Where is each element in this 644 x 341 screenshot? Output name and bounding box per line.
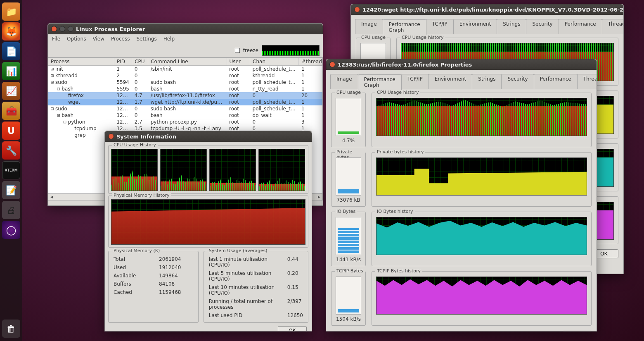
tab-image[interactable]: Image [355,19,383,34]
hist-label: CPU Usage history [400,35,445,40]
col-thread[interactable]: #thread [299,58,322,66]
process-row[interactable]: firefox123834.7/usr/lib/firefox-11.0/fir… [48,92,322,99]
launcher-calc-icon[interactable]: 📊 [2,62,20,80]
scroll-left-icon[interactable]: ◂ [48,194,55,200]
launcher-xterm-icon[interactable]: XTERM [2,161,20,179]
pp1-tabs: Image Performance Graph TCP/IP Environme… [328,72,595,89]
group-label: Physical Memory (K) [112,248,161,253]
process-row[interactable]: ⊟ sudo55940sudo bashrootpoll_schedule_ti… [48,79,322,86]
launcher-eclipse-icon[interactable]: ◯ [2,221,20,239]
private-bytes-history: Private bytes history [372,152,592,207]
cpu-history: CPU Usage history [372,93,592,147]
maximize-icon[interactable] [68,26,73,32]
close-icon[interactable] [51,26,57,32]
gauge-value: 4.7% [334,138,363,144]
mem-val: 1159468 [159,289,193,295]
tab-performance-graph[interactable]: Performance Graph [383,19,426,35]
wget-tabs: Image Performance Graph TCP/IP Environme… [353,17,622,34]
col-user[interactable]: User [227,58,250,66]
tab-performance[interactable]: Performance [534,74,578,89]
mem-key: Available [114,273,159,279]
sys-val: 12650 [287,312,303,318]
tab-tcpip[interactable]: TCP/IP [426,19,454,34]
process-row[interactable]: ⊟ python125742.7python procexp.pyroot03 [48,119,322,125]
sys-key: last 1 minute utilisation (CPU/IO) [209,256,287,268]
tab-strings[interactable]: Strings [497,19,526,34]
tab-threads[interactable]: Threads [602,19,623,34]
mem-val: 149864 [159,273,193,279]
tab-security[interactable]: Security [526,19,559,34]
tab-image[interactable]: Image [330,74,358,89]
menu-file[interactable]: File [52,36,60,42]
tab-tcpip[interactable]: TCP/IP [401,74,429,89]
group-label: System Usage (averages) [207,248,269,253]
close-icon[interactable] [329,62,335,67]
launcher-trash-icon[interactable]: 🗑 [2,320,20,338]
menu-options[interactable]: Options [67,36,86,42]
menu-view[interactable]: View [92,36,104,42]
pp1-titlebar[interactable]: 12383:/usr/lib/firefox-11.0/firefox Prop… [326,59,597,70]
tab-strings[interactable]: Strings [472,74,502,89]
tcpip-bytes-gauge: TCPIP Bytes1504 kB/s [331,271,366,326]
col-commandline[interactable]: Command Line [148,58,227,66]
tab-security[interactable]: Security [501,74,534,89]
minimize-icon[interactable] [59,26,65,32]
gauge-value: 73076 kB [334,197,363,204]
col-cpu[interactable]: CPU [132,58,148,66]
launcher-files-icon[interactable]: 📁 [2,2,20,21]
tab-threads[interactable]: Threads [577,74,597,89]
hist-label: TCPIP Bytes history [375,268,422,274]
close-icon[interactable] [108,134,114,139]
process-row[interactable]: ⊟ sudo124940sudo bashrootpoll_schedule_t… [48,105,322,112]
process-row[interactable]: ⊟ bash124950bashrootdo_wait1 [48,112,322,119]
cpu-history-group: CPU Usage History [108,145,308,194]
window-title: System Information [116,134,176,140]
menu-settings[interactable]: Settings [136,36,156,42]
launcher-print-icon[interactable]: 🖨 [2,201,20,219]
col-chan[interactable]: Chan [250,58,299,66]
launcher-software-icon[interactable]: 🧰 [2,102,20,120]
launcher-text-icon[interactable]: 📝 [2,181,20,199]
tab-environment[interactable]: Environment [453,19,497,34]
hist-label: CPU Usage history [375,90,420,95]
window-title: 12420:wget http://ftp.uni-kl.de/pub/linu… [362,7,623,13]
firefox-properties-window: 12383:/usr/lib/firefox-11.0/firefox Prop… [326,59,597,331]
wget-titlebar[interactable]: 12420:wget http://ftp.uni-kl.de/pub/linu… [351,4,623,15]
cpu-core0-graph [111,149,158,191]
tab-performance-graph[interactable]: Performance Graph [358,74,402,90]
unity-launcher: 📁 🦊 📄 📊 📈 🧰 U 🔧 XTERM 📝 🖨 ◯ 🗑 [0,0,22,341]
sys-usage-group: System Usage (averages) last 1 minute ut… [204,251,308,323]
cpu-core1-graph [160,149,207,191]
gauge-label: CPU usage [360,35,387,40]
tab-environment[interactable]: Environment [429,74,473,89]
process-row[interactable]: ⊞ init10/sbin/initrootpoll_schedule_time… [48,66,322,73]
col-process[interactable]: Process [48,58,114,66]
col-pid[interactable]: PID [114,58,132,66]
si-titlebar[interactable]: System Information [105,131,312,142]
process-row[interactable]: ⊞ kthreadd20rootkthreadd1 [48,72,322,79]
launcher-firefox-icon[interactable]: 🦊 [2,22,20,41]
mem-key: Used [114,265,159,270]
mem-val: 1912040 [159,265,193,270]
ok-button[interactable]: OK [278,326,307,331]
close-icon[interactable] [354,7,360,12]
group-label: CPU Usage History [112,142,158,148]
menu-process[interactable]: Process [111,36,130,42]
scroll-right-icon[interactable]: ▸ [316,194,322,200]
menu-help[interactable]: Help [163,36,175,42]
sys-val: 0.20 [287,270,303,282]
cpu-gauge: CPU usage4.7% [331,93,366,147]
system-info-window: System Information CPU Usage History Phy… [104,131,312,331]
freeze-checkbox[interactable] [235,48,240,53]
mem-val: 84108 [159,281,193,287]
window-title: Linux Process Explorer [76,26,145,32]
launcher-writer-icon[interactable]: 📄 [2,42,20,60]
launcher-impress-icon[interactable]: 📈 [2,82,20,100]
process-row[interactable]: ⊟ bash55950bashrootn_tty_read1 [48,86,322,92]
ok-button[interactable]: OK [563,331,592,331]
pe-titlebar[interactable]: Linux Process Explorer [48,24,323,34]
launcher-settings-icon[interactable]: 🔧 [2,141,20,160]
process-row[interactable]: wget124201.7wget http://ftp.uni-kl.de/pu… [48,99,322,105]
tab-performance[interactable]: Performance [559,19,602,34]
launcher-ubuntu-icon[interactable]: U [2,122,20,140]
